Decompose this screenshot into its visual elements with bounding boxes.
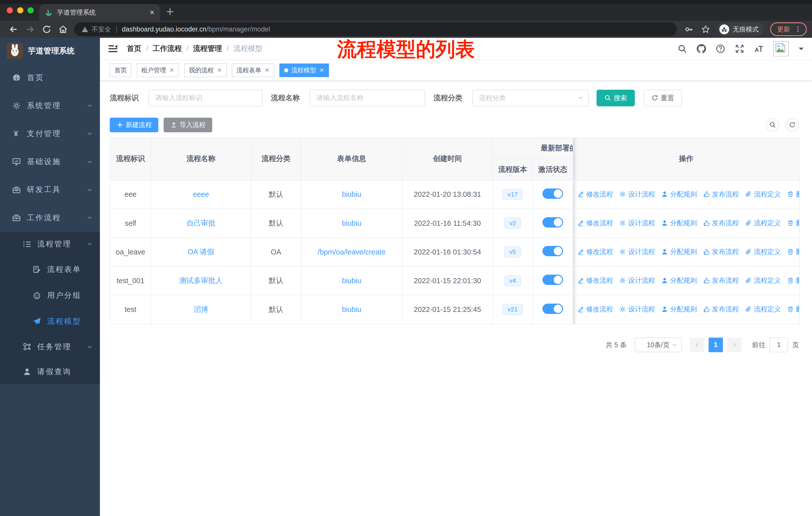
caret-down-icon[interactable]: [799, 48, 804, 53]
collapse-sidebar-icon[interactable]: [108, 44, 118, 53]
process-key-input[interactable]: [148, 90, 263, 106]
action-design-link[interactable]: 设计流程: [619, 276, 655, 285]
browser-menu-icon[interactable]: [794, 26, 802, 33]
tag-close-icon[interactable]: [265, 67, 270, 73]
action-definition-link[interactable]: 流程定义: [745, 276, 781, 285]
page-size-select[interactable]: 10条/页: [635, 337, 682, 352]
sidebar-item-2[interactable]: ¥支付管理: [0, 120, 100, 147]
form-link[interactable]: /bpm/oa/leave/create: [318, 248, 385, 256]
activation-toggle[interactable]: [543, 217, 563, 227]
action-definition-link[interactable]: 流程定义: [745, 247, 781, 256]
sidebar-item-8[interactable]: 用户分组: [0, 282, 100, 308]
page-tag-4[interactable]: 流程模型: [280, 63, 329, 77]
browser-tab[interactable]: 芋道管理系统: [39, 4, 160, 21]
page-tag-0[interactable]: 首页: [110, 63, 132, 77]
action-assign-link[interactable]: 分配规则: [661, 190, 697, 199]
form-link[interactable]: biubiu: [342, 190, 361, 198]
goto-page-input[interactable]: [770, 337, 788, 352]
page-tag-2[interactable]: 我的流程: [184, 63, 227, 77]
action-modify-link[interactable]: 修改流程: [577, 247, 613, 256]
search-icon[interactable]: [677, 44, 687, 53]
breadcrumb-item-2[interactable]: 流程管理: [193, 44, 222, 54]
form-link[interactable]: biubiu: [342, 305, 361, 314]
model-name-link[interactable]: 自己审批: [186, 219, 215, 227]
sidebar-item-7[interactable]: 流程表单: [0, 256, 100, 282]
action-modify-link[interactable]: 修改流程: [577, 305, 613, 314]
breadcrumb-item-1[interactable]: 工作流程: [153, 44, 182, 54]
model-name-link[interactable]: eeee: [193, 190, 209, 198]
action-delete-link[interactable]: 删除: [787, 218, 800, 227]
action-definition-link[interactable]: 流程定义: [745, 305, 781, 314]
model-name-link[interactable]: 滔博: [194, 305, 208, 314]
sidebar-item-4[interactable]: 研发工具: [0, 175, 100, 203]
action-publish-link[interactable]: 发布流程: [703, 276, 739, 285]
action-delete-link[interactable]: 删除: [787, 276, 800, 285]
breadcrumb-item-0[interactable]: 首页: [127, 44, 141, 54]
avatar[interactable]: [773, 41, 789, 57]
activation-toggle[interactable]: [543, 188, 563, 199]
sidebar-item-6[interactable]: 流程管理: [0, 232, 100, 257]
sidebar-item-9[interactable]: 流程模型: [0, 308, 100, 334]
tag-close-icon[interactable]: [217, 67, 222, 73]
new-tab-button[interactable]: [166, 7, 174, 16]
show-search-button[interactable]: [766, 118, 779, 132]
reload-button[interactable]: [42, 25, 51, 34]
model-name-link[interactable]: OA 请假: [187, 248, 214, 256]
tag-close-icon[interactable]: [319, 67, 324, 73]
action-delete-link[interactable]: 删除: [787, 190, 800, 199]
action-design-link[interactable]: 设计流程: [619, 305, 655, 314]
reset-button[interactable]: 重置: [644, 90, 682, 106]
bookmark-star-icon[interactable]: [701, 25, 710, 34]
model-name-link[interactable]: 测试多审批人: [179, 276, 223, 284]
fullscreen-icon[interactable]: [735, 44, 744, 53]
update-button[interactable]: 更新: [770, 22, 807, 36]
sidebar-item-5[interactable]: 工作流程: [0, 204, 100, 232]
activation-toggle[interactable]: [543, 246, 563, 256]
help-icon[interactable]: [716, 44, 725, 53]
github-icon[interactable]: [697, 44, 706, 53]
form-link[interactable]: biubiu: [342, 219, 361, 227]
action-assign-link[interactable]: 分配规则: [661, 247, 697, 256]
sidebar-item-0[interactable]: 首页: [0, 64, 100, 92]
action-publish-link[interactable]: 发布流程: [703, 218, 739, 227]
home-button[interactable]: [58, 25, 68, 34]
sidebar-item-11[interactable]: 请假查询: [0, 359, 100, 384]
action-assign-link[interactable]: 分配规则: [661, 305, 697, 314]
window-close-button[interactable]: [7, 7, 13, 13]
action-design-link[interactable]: 设计流程: [619, 218, 655, 227]
window-minimize-button[interactable]: [17, 7, 23, 13]
action-definition-link[interactable]: 流程定义: [745, 190, 781, 199]
import-process-button[interactable]: 导入流程: [164, 118, 212, 132]
activation-toggle[interactable]: [543, 304, 563, 314]
sidebar-item-10[interactable]: 任务管理: [0, 334, 100, 359]
action-modify-link[interactable]: 修改流程: [577, 276, 613, 285]
tag-close-icon[interactable]: [169, 67, 174, 73]
page-tag-1[interactable]: 租户管理: [137, 63, 179, 77]
back-button[interactable]: [9, 25, 18, 34]
search-button[interactable]: 搜索: [597, 90, 635, 106]
address-bar[interactable]: 不安全 dashboard.yudao.iocoder.cn /bpm/mana…: [74, 22, 677, 36]
category-select[interactable]: 流程分类: [472, 90, 589, 106]
page-tag-3[interactable]: 流程表单: [232, 63, 274, 77]
action-modify-link[interactable]: 修改流程: [577, 218, 613, 227]
action-design-link[interactable]: 设计流程: [619, 190, 655, 199]
page-1-button[interactable]: 1: [708, 337, 723, 352]
tab-close-icon[interactable]: [149, 9, 155, 16]
process-name-input[interactable]: [310, 90, 425, 106]
sidebar-item-3[interactable]: 基础设施: [0, 147, 100, 175]
action-design-link[interactable]: 设计流程: [619, 247, 655, 256]
sidebar-item-1[interactable]: 系统管理: [0, 92, 100, 120]
window-zoom-button[interactable]: [27, 7, 34, 13]
sidebar-logo[interactable]: 芋道管理系统: [0, 38, 100, 64]
action-publish-link[interactable]: 发布流程: [703, 305, 739, 314]
action-assign-link[interactable]: 分配规则: [661, 218, 697, 227]
action-definition-link[interactable]: 流程定义: [745, 218, 781, 227]
font-size-icon[interactable]: [754, 44, 763, 53]
activation-toggle[interactable]: [543, 275, 563, 285]
create-process-button[interactable]: 新建流程: [110, 118, 158, 132]
password-key-icon[interactable]: [685, 25, 693, 34]
action-assign-link[interactable]: 分配规则: [661, 276, 697, 285]
next-page-button[interactable]: [727, 337, 742, 352]
action-modify-link[interactable]: 修改流程: [577, 190, 613, 199]
action-delete-link[interactable]: 删除: [787, 305, 800, 314]
